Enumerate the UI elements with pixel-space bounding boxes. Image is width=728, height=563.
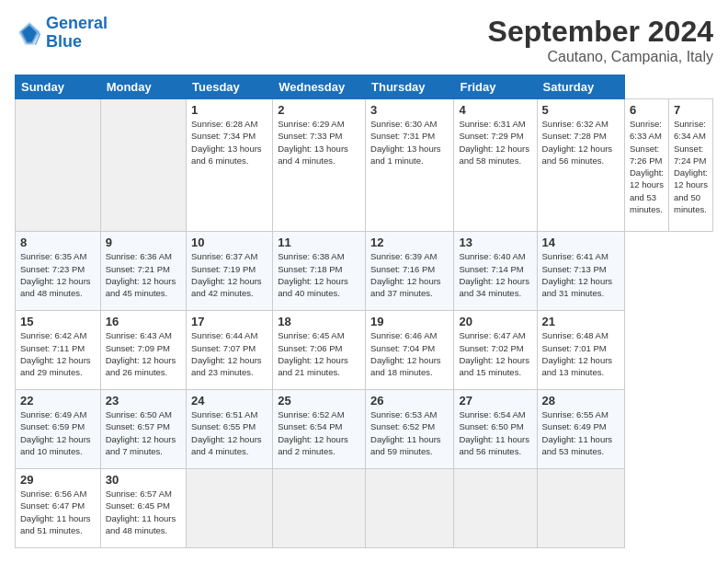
day-info: Sunrise: 6:37 AMSunset: 7:19 PMDaylight:… (191, 250, 267, 299)
calendar-cell (366, 469, 454, 548)
calendar-cell: 20Sunrise: 6:47 AMSunset: 7:02 PMDayligh… (454, 311, 537, 390)
title-block: September 2024 Cautano, Campania, Italy (488, 15, 713, 65)
day-info: Sunrise: 6:43 AMSunset: 7:09 PMDaylight:… (106, 329, 181, 378)
calendar-cell: 24Sunrise: 6:51 AMSunset: 6:55 PMDayligh… (187, 390, 273, 469)
day-info: Sunrise: 6:46 AMSunset: 7:04 PMDaylight:… (370, 329, 449, 378)
day-info: Sunrise: 6:49 AMSunset: 6:59 PMDaylight:… (20, 408, 96, 457)
day-header-wednesday: Wednesday (273, 75, 366, 99)
day-info: Sunrise: 6:33 AMSunset: 7:26 PMDaylight:… (630, 118, 664, 215)
day-info: Sunrise: 6:50 AMSunset: 6:57 PMDaylight:… (106, 408, 181, 457)
calendar-table: SundayMondayTuesdayWednesdayThursdayFrid… (15, 75, 713, 548)
calendar-cell: 26Sunrise: 6:53 AMSunset: 6:52 PMDayligh… (366, 390, 454, 469)
day-info: Sunrise: 6:42 AMSunset: 7:11 PMDaylight:… (20, 329, 96, 378)
calendar-cell: 13Sunrise: 6:40 AMSunset: 7:14 PMDayligh… (454, 232, 537, 311)
day-header-friday: Friday (454, 75, 537, 99)
day-number: 4 (459, 103, 531, 117)
logo-text: General Blue (46, 15, 108, 52)
day-info: Sunrise: 6:56 AMSunset: 6:47 PMDaylight:… (20, 488, 96, 536)
calendar-cell: 15Sunrise: 6:42 AMSunset: 7:11 PMDayligh… (16, 311, 101, 390)
day-number: 20 (459, 315, 531, 328)
day-number: 18 (278, 315, 360, 328)
day-info: Sunrise: 6:51 AMSunset: 6:55 PMDaylight:… (191, 408, 267, 457)
day-number: 9 (106, 236, 181, 249)
calendar-cell (187, 469, 273, 548)
calendar-cell: 1Sunrise: 6:28 AMSunset: 7:34 PMDaylight… (187, 99, 273, 232)
logo: General Blue (15, 15, 108, 52)
calendar-cell: 10Sunrise: 6:37 AMSunset: 7:19 PMDayligh… (187, 232, 273, 311)
calendar-cell: 11Sunrise: 6:38 AMSunset: 7:18 PMDayligh… (273, 232, 366, 311)
logo-icon (15, 18, 44, 48)
calendar-cell: 23Sunrise: 6:50 AMSunset: 6:57 PMDayligh… (100, 390, 186, 469)
day-info: Sunrise: 6:41 AMSunset: 7:13 PMDaylight:… (542, 250, 620, 299)
day-info: Sunrise: 6:28 AMSunset: 7:34 PMDaylight:… (191, 118, 267, 167)
day-info: Sunrise: 6:48 AMSunset: 7:01 PMDaylight:… (542, 329, 620, 378)
calendar-cell: 29Sunrise: 6:56 AMSunset: 6:47 PMDayligh… (16, 469, 101, 548)
calendar-cell: 7Sunrise: 6:34 AMSunset: 7:24 PMDaylight… (668, 99, 712, 232)
day-number: 2 (278, 103, 360, 117)
day-number: 10 (191, 236, 267, 249)
calendar-cell: 17Sunrise: 6:44 AMSunset: 7:07 PMDayligh… (187, 311, 273, 390)
day-info: Sunrise: 6:40 AMSunset: 7:14 PMDaylight:… (459, 250, 531, 299)
calendar-cell: 30Sunrise: 6:57 AMSunset: 6:45 PMDayligh… (100, 469, 186, 548)
day-info: Sunrise: 6:47 AMSunset: 7:02 PMDaylight:… (459, 329, 531, 378)
day-info: Sunrise: 6:54 AMSunset: 6:50 PMDaylight:… (459, 408, 531, 457)
day-number: 13 (459, 236, 531, 249)
location-subtitle: Cautano, Campania, Italy (488, 49, 713, 65)
day-info: Sunrise: 6:57 AMSunset: 6:45 PMDaylight:… (106, 488, 181, 536)
day-info: Sunrise: 6:36 AMSunset: 7:21 PMDaylight:… (106, 250, 181, 299)
week-row-2: 8Sunrise: 6:35 AMSunset: 7:23 PMDaylight… (16, 232, 713, 311)
day-headers-row: SundayMondayTuesdayWednesdayThursdayFrid… (16, 75, 713, 99)
day-number: 16 (106, 315, 181, 328)
day-number: 17 (191, 315, 267, 328)
day-number: 27 (459, 394, 531, 408)
calendar-cell: 12Sunrise: 6:39 AMSunset: 7:16 PMDayligh… (366, 232, 454, 311)
header: General Blue September 2024 Cautano, Cam… (15, 15, 713, 65)
page: General Blue September 2024 Cautano, Cam… (0, 0, 728, 563)
day-info: Sunrise: 6:55 AMSunset: 6:49 PMDaylight:… (542, 408, 620, 457)
day-info: Sunrise: 6:44 AMSunset: 7:07 PMDaylight:… (191, 329, 267, 378)
calendar-cell: 2Sunrise: 6:29 AMSunset: 7:33 PMDaylight… (273, 99, 366, 232)
day-number: 15 (20, 315, 96, 328)
day-info: Sunrise: 6:32 AMSunset: 7:28 PMDaylight:… (542, 118, 620, 167)
calendar-cell: 27Sunrise: 6:54 AMSunset: 6:50 PMDayligh… (454, 390, 537, 469)
calendar-cell: 18Sunrise: 6:45 AMSunset: 7:06 PMDayligh… (273, 311, 366, 390)
day-number: 19 (370, 315, 449, 328)
day-header-tuesday: Tuesday (187, 75, 273, 99)
day-header-monday: Monday (100, 75, 186, 99)
week-row-4: 22Sunrise: 6:49 AMSunset: 6:59 PMDayligh… (16, 390, 713, 469)
day-number: 1 (191, 103, 267, 117)
calendar-cell: 16Sunrise: 6:43 AMSunset: 7:09 PMDayligh… (100, 311, 186, 390)
day-number: 8 (20, 236, 96, 249)
calendar-cell: 4Sunrise: 6:31 AMSunset: 7:29 PMDaylight… (454, 99, 537, 232)
day-number: 29 (20, 473, 96, 487)
day-number: 14 (542, 236, 620, 249)
calendar-cell (100, 99, 186, 232)
day-info: Sunrise: 6:29 AMSunset: 7:33 PMDaylight:… (278, 118, 360, 167)
day-number: 12 (370, 236, 449, 249)
logo-general: General (46, 14, 108, 32)
calendar-cell: 8Sunrise: 6:35 AMSunset: 7:23 PMDaylight… (16, 232, 101, 311)
day-number: 24 (191, 394, 267, 408)
calendar-cell (537, 469, 624, 548)
calendar-cell: 22Sunrise: 6:49 AMSunset: 6:59 PMDayligh… (16, 390, 101, 469)
day-info: Sunrise: 6:31 AMSunset: 7:29 PMDaylight:… (459, 118, 531, 167)
day-number: 26 (370, 394, 449, 408)
day-info: Sunrise: 6:34 AMSunset: 7:24 PMDaylight:… (674, 118, 708, 215)
calendar-cell: 3Sunrise: 6:30 AMSunset: 7:31 PMDaylight… (366, 99, 454, 232)
day-number: 7 (674, 103, 708, 117)
calendar-cell (454, 469, 537, 548)
day-number: 25 (278, 394, 360, 408)
day-number: 11 (278, 236, 360, 249)
week-row-3: 15Sunrise: 6:42 AMSunset: 7:11 PMDayligh… (16, 311, 713, 390)
calendar-cell: 14Sunrise: 6:41 AMSunset: 7:13 PMDayligh… (537, 232, 624, 311)
day-info: Sunrise: 6:52 AMSunset: 6:54 PMDaylight:… (278, 408, 360, 457)
day-number: 21 (542, 315, 620, 328)
day-info: Sunrise: 6:39 AMSunset: 7:16 PMDaylight:… (370, 250, 449, 299)
calendar-cell: 19Sunrise: 6:46 AMSunset: 7:04 PMDayligh… (366, 311, 454, 390)
day-header-thursday: Thursday (366, 75, 454, 99)
week-row-1: 1Sunrise: 6:28 AMSunset: 7:34 PMDaylight… (16, 99, 713, 232)
day-number: 5 (542, 103, 620, 117)
calendar-cell: 9Sunrise: 6:36 AMSunset: 7:21 PMDaylight… (100, 232, 186, 311)
day-number: 23 (106, 394, 181, 408)
calendar-cell (16, 99, 101, 232)
